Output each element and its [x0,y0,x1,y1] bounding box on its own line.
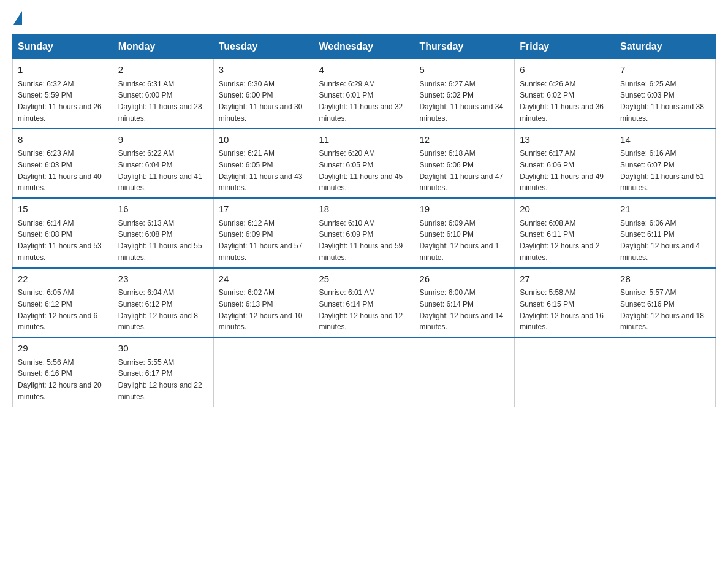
col-header-tuesday: Tuesday [213,35,314,59]
day-number: 25 [319,272,409,286]
header [12,12,716,25]
day-number: 8 [18,133,108,147]
calendar-cell: 25 Sunrise: 6:01 AMSunset: 6:14 PMDaylig… [314,268,414,338]
week-row-1: 1 Sunrise: 6:32 AMSunset: 5:59 PMDayligh… [13,59,716,129]
day-info: Sunrise: 6:18 AMSunset: 6:06 PMDaylight:… [419,149,503,192]
calendar-cell: 16 Sunrise: 6:13 AMSunset: 6:08 PMDaylig… [113,198,213,268]
calendar-cell: 19 Sunrise: 6:09 AMSunset: 6:10 PMDaylig… [414,198,515,268]
calendar-cell: 6 Sunrise: 6:26 AMSunset: 6:02 PMDayligh… [515,59,615,129]
day-number: 5 [419,63,509,77]
day-number: 29 [18,342,108,356]
day-number: 27 [520,272,610,286]
calendar-cell [414,337,515,407]
day-info: Sunrise: 6:31 AMSunset: 6:00 PMDaylight:… [118,80,202,123]
day-number: 16 [118,202,208,216]
logo-triangle-icon [13,11,22,25]
calendar-cell: 15 Sunrise: 6:14 AMSunset: 6:08 PMDaylig… [13,198,113,268]
day-number: 4 [319,63,409,77]
day-number: 21 [620,202,710,216]
calendar-cell: 5 Sunrise: 6:27 AMSunset: 6:02 PMDayligh… [414,59,515,129]
calendar-cell: 22 Sunrise: 6:05 AMSunset: 6:12 PMDaylig… [13,268,113,338]
calendar-cell: 21 Sunrise: 6:06 AMSunset: 6:11 PMDaylig… [615,198,716,268]
day-number: 17 [219,202,309,216]
day-info: Sunrise: 6:13 AMSunset: 6:08 PMDaylight:… [118,219,202,262]
day-info: Sunrise: 6:22 AMSunset: 6:04 PMDaylight:… [118,149,202,192]
col-header-sunday: Sunday [13,35,113,59]
calendar-cell: 18 Sunrise: 6:10 AMSunset: 6:09 PMDaylig… [314,198,414,268]
day-info: Sunrise: 6:12 AMSunset: 6:09 PMDaylight:… [219,219,303,262]
day-info: Sunrise: 6:29 AMSunset: 6:01 PMDaylight:… [319,80,403,123]
calendar-cell: 23 Sunrise: 6:04 AMSunset: 6:12 PMDaylig… [113,268,213,338]
day-info: Sunrise: 6:01 AMSunset: 6:14 PMDaylight:… [319,288,403,331]
calendar-cell [213,337,314,407]
calendar-cell: 27 Sunrise: 5:58 AMSunset: 6:15 PMDaylig… [515,268,615,338]
calendar-cell: 11 Sunrise: 6:20 AMSunset: 6:05 PMDaylig… [314,129,414,199]
day-number: 6 [520,63,610,77]
day-info: Sunrise: 6:04 AMSunset: 6:12 PMDaylight:… [118,288,198,331]
calendar-cell: 26 Sunrise: 6:00 AMSunset: 6:14 PMDaylig… [414,268,515,338]
day-number: 9 [118,133,208,147]
calendar-cell: 28 Sunrise: 5:57 AMSunset: 6:16 PMDaylig… [615,268,716,338]
calendar-cell: 24 Sunrise: 6:02 AMSunset: 6:13 PMDaylig… [213,268,314,338]
day-info: Sunrise: 6:27 AMSunset: 6:02 PMDaylight:… [419,80,503,123]
day-number: 30 [118,342,208,356]
day-info: Sunrise: 6:00 AMSunset: 6:14 PMDaylight:… [419,288,503,331]
day-number: 12 [419,133,509,147]
day-info: Sunrise: 6:08 AMSunset: 6:11 PMDaylight:… [520,219,599,262]
day-info: Sunrise: 6:32 AMSunset: 5:59 PMDaylight:… [18,80,102,123]
day-number: 13 [520,133,610,147]
day-info: Sunrise: 6:26 AMSunset: 6:02 PMDaylight:… [520,80,604,123]
calendar-cell: 1 Sunrise: 6:32 AMSunset: 5:59 PMDayligh… [13,59,113,129]
col-header-wednesday: Wednesday [314,35,414,59]
day-number: 20 [520,202,610,216]
day-info: Sunrise: 5:57 AMSunset: 6:16 PMDaylight:… [620,288,704,331]
day-info: Sunrise: 6:20 AMSunset: 6:05 PMDaylight:… [319,149,403,192]
day-info: Sunrise: 6:21 AMSunset: 6:05 PMDaylight:… [219,149,303,192]
day-info: Sunrise: 5:55 AMSunset: 6:17 PMDaylight:… [118,358,202,401]
day-info: Sunrise: 6:05 AMSunset: 6:12 PMDaylight:… [18,288,97,331]
week-row-4: 22 Sunrise: 6:05 AMSunset: 6:12 PMDaylig… [13,268,716,338]
day-info: Sunrise: 6:06 AMSunset: 6:11 PMDaylight:… [620,219,700,262]
col-header-saturday: Saturday [615,35,716,59]
day-number: 10 [219,133,309,147]
calendar-cell: 13 Sunrise: 6:17 AMSunset: 6:06 PMDaylig… [515,129,615,199]
day-number: 19 [419,202,509,216]
day-number: 28 [620,272,710,286]
day-info: Sunrise: 6:30 AMSunset: 6:00 PMDaylight:… [219,80,303,123]
calendar-cell: 17 Sunrise: 6:12 AMSunset: 6:09 PMDaylig… [213,198,314,268]
calendar-cell [615,337,716,407]
calendar-cell: 7 Sunrise: 6:25 AMSunset: 6:03 PMDayligh… [615,59,716,129]
day-info: Sunrise: 6:17 AMSunset: 6:06 PMDaylight:… [520,149,604,192]
day-info: Sunrise: 6:09 AMSunset: 6:10 PMDaylight:… [419,219,499,262]
day-number: 11 [319,133,409,147]
day-info: Sunrise: 6:10 AMSunset: 6:09 PMDaylight:… [319,219,403,262]
day-info: Sunrise: 6:02 AMSunset: 6:13 PMDaylight:… [219,288,303,331]
calendar-cell: 12 Sunrise: 6:18 AMSunset: 6:06 PMDaylig… [414,129,515,199]
day-number: 7 [620,63,710,77]
day-info: Sunrise: 6:16 AMSunset: 6:07 PMDaylight:… [620,149,704,192]
day-info: Sunrise: 6:23 AMSunset: 6:03 PMDaylight:… [18,149,102,192]
day-number: 18 [319,202,409,216]
day-info: Sunrise: 5:58 AMSunset: 6:15 PMDaylight:… [520,288,604,331]
logo [12,12,23,25]
day-info: Sunrise: 6:14 AMSunset: 6:08 PMDaylight:… [18,219,102,262]
calendar-cell: 2 Sunrise: 6:31 AMSunset: 6:00 PMDayligh… [113,59,213,129]
day-number: 23 [118,272,208,286]
day-number: 26 [419,272,509,286]
calendar-cell: 3 Sunrise: 6:30 AMSunset: 6:00 PMDayligh… [213,59,314,129]
col-header-thursday: Thursday [414,35,515,59]
calendar-cell [515,337,615,407]
calendar-cell: 20 Sunrise: 6:08 AMSunset: 6:11 PMDaylig… [515,198,615,268]
calendar-cell: 4 Sunrise: 6:29 AMSunset: 6:01 PMDayligh… [314,59,414,129]
calendar-cell: 29 Sunrise: 5:56 AMSunset: 6:16 PMDaylig… [13,337,113,407]
calendar-table: SundayMondayTuesdayWednesdayThursdayFrid… [12,34,716,407]
col-header-monday: Monday [113,35,213,59]
calendar-cell: 9 Sunrise: 6:22 AMSunset: 6:04 PMDayligh… [113,129,213,199]
day-number: 15 [18,202,108,216]
day-number: 1 [18,63,108,77]
week-row-5: 29 Sunrise: 5:56 AMSunset: 6:16 PMDaylig… [13,337,716,407]
week-row-3: 15 Sunrise: 6:14 AMSunset: 6:08 PMDaylig… [13,198,716,268]
day-info: Sunrise: 5:56 AMSunset: 6:16 PMDaylight:… [18,358,102,401]
calendar-cell: 14 Sunrise: 6:16 AMSunset: 6:07 PMDaylig… [615,129,716,199]
day-header-row: SundayMondayTuesdayWednesdayThursdayFrid… [13,35,716,59]
